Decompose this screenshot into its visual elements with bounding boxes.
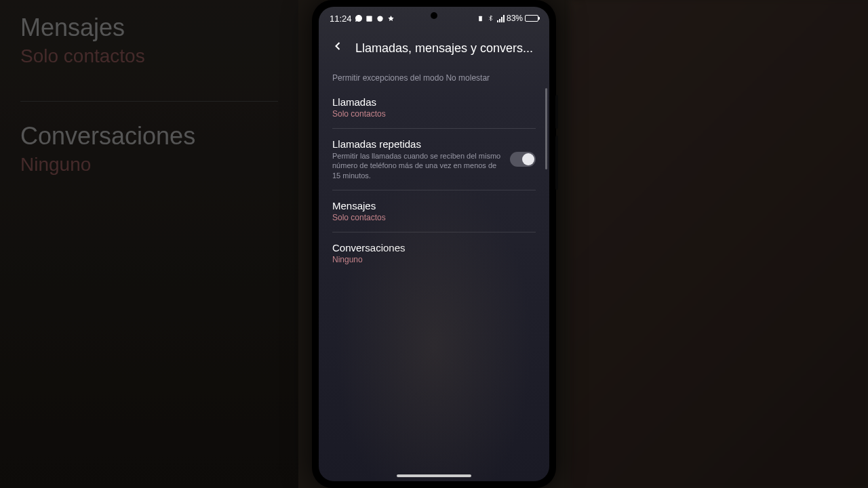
phone-frame: 11:24 — [312, 0, 556, 488]
scroll-indicator[interactable] — [545, 88, 547, 169]
setting-conversations-title: Conversaciones — [332, 242, 536, 253]
bg-conversations-title: Conversaciones — [20, 122, 278, 150]
repeated-calls-toggle[interactable] — [510, 152, 536, 167]
section-subtitle: Permitir excepciones del modo No molesta… — [319, 66, 549, 94]
settings-list: Llamadas Solo contactos Llamadas repetid… — [319, 94, 549, 274]
notification-icon — [366, 14, 374, 22]
setting-item-messages[interactable]: Mensajes Solo contactos — [332, 190, 536, 232]
bluetooth-icon — [487, 14, 495, 22]
bg-messages-sub: Solo contactos — [20, 45, 278, 67]
battery-percent: 83% — [507, 14, 523, 23]
setting-repeated-calls-title: Llamadas repetidas — [332, 138, 502, 150]
volume-button — [555, 95, 558, 129]
svg-rect-2 — [479, 16, 483, 20]
setting-calls-subtitle: Solo contactos — [332, 109, 536, 119]
svg-point-1 — [377, 16, 382, 21]
back-button[interactable] — [328, 37, 347, 60]
setting-messages-title: Mensajes — [332, 200, 536, 211]
status-time: 11:24 — [330, 14, 352, 24]
setting-conversations-subtitle: Ninguno — [332, 255, 536, 264]
setting-messages-subtitle: Solo contactos — [332, 213, 536, 222]
whatsapp-icon — [355, 14, 363, 22]
signal-icon — [497, 15, 505, 22]
background-blur-left: Mensajes Solo contactos Conversaciones N… — [0, 0, 298, 488]
bg-conversations-sub: Ninguno — [20, 154, 278, 176]
phone-screen: 11:24 — [319, 7, 549, 481]
battery-icon — [525, 15, 538, 22]
setting-item-conversations[interactable]: Conversaciones Ninguno — [332, 232, 536, 274]
status-bar-right: 83% — [477, 14, 538, 23]
setting-calls-title: Llamadas — [332, 96, 536, 108]
notification-icon-2 — [376, 14, 384, 22]
status-bar-left: 11:24 — [330, 14, 395, 24]
header: Llamadas, mensajes y convers... — [319, 27, 549, 66]
bg-messages-title: Mensajes — [20, 14, 278, 42]
setting-repeated-calls-description: Permitir las llamadas cuando se reciben … — [332, 151, 502, 180]
svg-rect-0 — [366, 16, 372, 21]
bg-divider — [20, 101, 278, 102]
camera-notch — [431, 12, 437, 19]
page-title: Llamadas, mensajes y convers... — [355, 41, 533, 56]
setting-item-repeated-calls[interactable]: Llamadas repetidas Permitir las llamadas… — [332, 128, 536, 190]
background-blur-right — [570, 0, 868, 488]
navigation-bar-handle[interactable] — [397, 474, 471, 477]
toggle-thumb — [522, 153, 534, 165]
vibrate-icon — [477, 14, 485, 22]
setting-item-calls[interactable]: Llamadas Solo contactos — [332, 94, 536, 128]
power-button — [555, 136, 558, 190]
notification-icon-3 — [387, 14, 395, 22]
